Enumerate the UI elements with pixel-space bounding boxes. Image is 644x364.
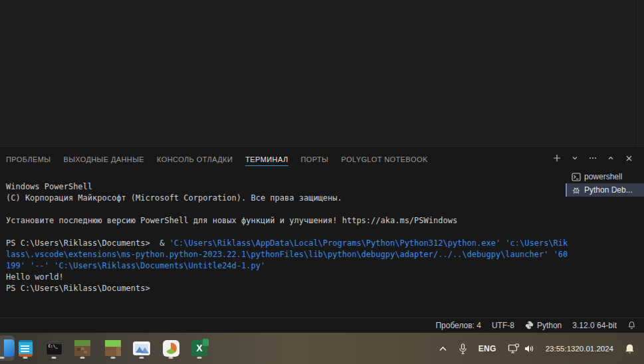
notification-center-button[interactable]: [625, 343, 635, 354]
session-label: Python Deb...: [584, 185, 633, 195]
close-icon: [625, 155, 633, 162]
encoding-status[interactable]: UTF-8: [492, 318, 514, 333]
status-bar: Пробелов: 4 UTF-8 Python 3.12.0 64-bit: [0, 318, 644, 332]
panel-actions: [551, 152, 635, 164]
terminal-line: (C) Корпорация Майкрософт (Microsoft Cor…: [6, 193, 564, 204]
tray-date: 20.01.2024: [575, 345, 613, 353]
bottom-panel: ПРОБЛЕМЫВЫХОДНЫЕ ДАННЫЕКОНСОЛЬ ОТЛАДКИТЕ…: [0, 147, 644, 318]
photos-icon: [133, 341, 150, 355]
clock[interactable]: 23:55:13 20.01.2024: [546, 345, 613, 353]
excel-icon: [191, 340, 207, 356]
app-swirl-icon: [163, 340, 179, 357]
tray-overflow-button[interactable]: [439, 346, 447, 352]
tray-time: 23:55:13: [546, 345, 576, 353]
terminal-line: lass\.vscode\extensions\ms-python.python…: [6, 249, 564, 260]
notepad-icon: [19, 340, 33, 357]
panel-tab-проблемы[interactable]: ПРОБЛЕМЫ: [6, 149, 51, 169]
running-indicator: [111, 357, 116, 359]
network-volume-group[interactable]: [508, 343, 534, 354]
bell-icon: [625, 343, 635, 354]
language-switcher[interactable]: ENG: [479, 344, 496, 353]
notifications-button[interactable]: [627, 318, 636, 333]
panel-tab-выходные-данные[interactable]: ВЫХОДНЫЕ ДАННЫЕ: [63, 149, 144, 169]
chevron-up-icon: [439, 346, 447, 352]
microphone-tray-button[interactable]: [459, 343, 467, 355]
spaces-label: Пробелов: 4: [435, 321, 481, 330]
running-indicator: [140, 357, 144, 359]
close-panel-button[interactable]: [623, 152, 635, 164]
ellipsis-icon: [588, 153, 597, 163]
panel-tab-порты[interactable]: ПОРТЫ: [301, 149, 329, 169]
running-indicator: [80, 357, 85, 359]
desktop-screen: ПРОБЛЕМЫВЫХОДНЫЕ ДАННЫЕКОНСОЛЬ ОТЛАДКИТЕ…: [0, 0, 644, 364]
chevron-up-icon: [607, 155, 614, 161]
editor-minimap-divider: [635, 0, 636, 147]
language-mode-status[interactable]: Python: [525, 318, 562, 333]
terminal-line: PS C:\Users\Riklass\Documents> & 'C:\Use…: [6, 238, 564, 249]
session-label: powershell: [584, 172, 622, 181]
taskbar-app-minecraft-launcher[interactable]: [100, 335, 126, 361]
indentation-status[interactable]: Пробелов: 4: [435, 318, 481, 333]
terminal-profile-dropdown[interactable]: [569, 152, 581, 164]
network-icon: [508, 343, 520, 354]
running-indicator: [169, 357, 173, 359]
terminal-session-powershell[interactable]: powershell: [566, 170, 644, 183]
taskbar: ENG 23:55:13 20.01.2024: [0, 332, 644, 364]
panel-tab-polyglot-notebook[interactable]: POLYGLOT NOTEBOOK: [341, 149, 427, 169]
taskbar-app-cmd[interactable]: [41, 335, 66, 361]
minecraft-icon: [74, 340, 90, 356]
debug-icon: [571, 185, 581, 195]
chevron-down-icon: [572, 155, 578, 161]
terminal-line: Hello world!: [6, 272, 564, 283]
plus-icon: [552, 153, 562, 163]
minecraft-launcher-icon: [105, 340, 121, 356]
terminal-line: [6, 227, 564, 238]
running-indicator: [197, 357, 202, 359]
command-prompt-icon: [46, 341, 62, 355]
terminal-session-list: powershellPython Deb...: [566, 170, 644, 197]
more-actions-button[interactable]: [587, 152, 599, 164]
python-interpreter-status[interactable]: 3.12.0 64-bit: [572, 318, 617, 333]
python-icon: [525, 321, 534, 329]
language-label: Python: [537, 321, 562, 330]
terminal-output[interactable]: Windows PowerShell(C) Корпорация Майкрос…: [6, 181, 564, 294]
bell-icon: [627, 321, 636, 329]
running-indicator: [23, 357, 28, 359]
panel-tab-терминал[interactable]: ТЕРМИНАЛ: [245, 149, 288, 169]
maximize-panel-button[interactable]: [605, 152, 617, 164]
running-indicator: [52, 357, 56, 359]
volume-icon: [524, 344, 534, 353]
taskbar-app-notepad[interactable]: [13, 335, 38, 361]
terminal-line: Установите последнюю версию PowerShell д…: [6, 215, 564, 227]
taskbar-app-excel[interactable]: [187, 335, 212, 361]
interpreter-label: 3.12.0 64-bit: [572, 321, 617, 330]
panel-tab-bar: ПРОБЛЕМЫВЫХОДНЫЕ ДАННЫЕКОНСОЛЬ ОТЛАДКИТЕ…: [6, 148, 428, 170]
terminal-line: Windows PowerShell: [6, 181, 564, 193]
running-indicator: [0, 357, 5, 359]
new-terminal-button[interactable]: [551, 152, 563, 164]
editor-area[interactable]: [0, 0, 644, 147]
system-tray: ENG 23:55:13 20.01.2024: [439, 333, 644, 364]
terminal-line: PS C:\Users\Riklass\Documents>: [6, 283, 564, 294]
taskbar-app-minecraft[interactable]: [70, 335, 95, 361]
terminal-line: 199' '--' 'C:\Users\Riklass\Documents\Un…: [6, 260, 564, 272]
terminal-icon: [571, 172, 581, 182]
terminal-line: [6, 204, 564, 215]
taskbar-app-swirl[interactable]: [158, 335, 183, 361]
taskbar-app-photos[interactable]: [129, 335, 154, 361]
encoding-label: UTF-8: [492, 321, 514, 330]
microphone-icon: [459, 343, 467, 355]
terminal-session-python-deb-[interactable]: Python Deb...: [566, 183, 644, 197]
panel-tab-консоль-отладки[interactable]: КОНСОЛЬ ОТЛАДКИ: [157, 149, 233, 169]
